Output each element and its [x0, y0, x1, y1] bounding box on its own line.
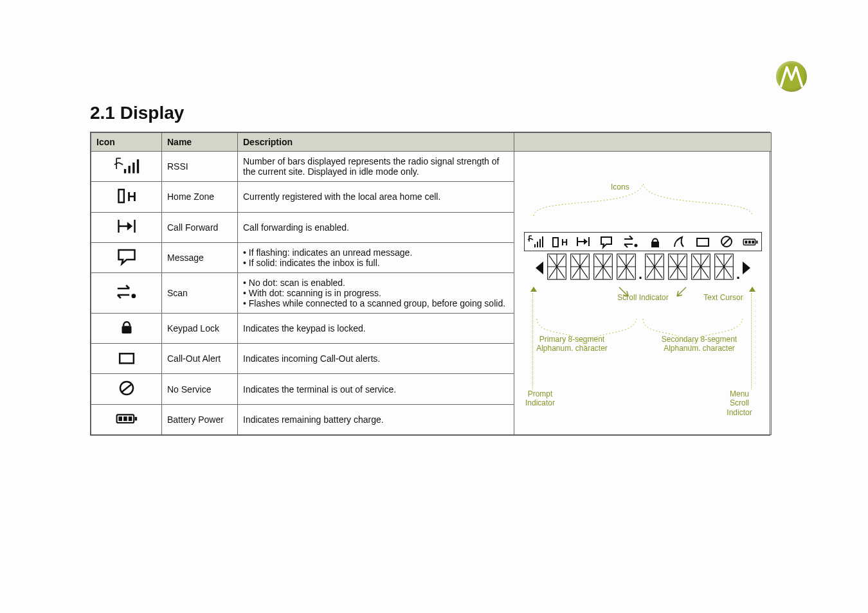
svg-rect-44 — [123, 417, 127, 422]
label-menuscroll-indicator: Menu Scroll Indictor — [720, 389, 759, 417]
svg-rect-14 — [651, 242, 659, 247]
svg-point-36 — [131, 294, 136, 299]
svg-rect-6 — [539, 239, 541, 247]
homezone-icon: H — [551, 234, 568, 249]
brand-logo — [776, 61, 807, 92]
svg-rect-1 — [128, 166, 130, 173]
svg-rect-38 — [120, 353, 134, 363]
lock-icon — [647, 234, 664, 249]
segment-char — [690, 253, 712, 283]
svg-rect-42 — [134, 417, 137, 421]
cell-desc: Call forwarding is enabled. — [238, 212, 514, 242]
homezone-icon: H — [91, 182, 162, 212]
triangle-right-icon — [743, 262, 750, 274]
svg-rect-2 — [132, 163, 134, 173]
col-diagram — [514, 133, 772, 152]
cell-name: Home Zone — [162, 182, 238, 212]
svg-rect-4 — [534, 244, 536, 247]
cell-name: RSSI — [162, 152, 238, 182]
svg-rect-45 — [128, 417, 132, 422]
cell-desc: Indicates the keypad is locked. — [238, 313, 514, 343]
svg-rect-8 — [553, 238, 558, 247]
table-header-row: Icon Name Description — [91, 133, 772, 152]
col-icon: Icon — [91, 133, 162, 152]
svg-rect-0 — [123, 169, 125, 173]
cell-name: Call Forward — [162, 212, 238, 242]
motorola-m-icon — [776, 61, 807, 92]
cell-name: Call-Out Alert — [162, 344, 238, 374]
cell-desc: Indicates remaining battery charge. — [238, 404, 514, 434]
battery-icon — [91, 404, 162, 434]
battery-icon — [742, 234, 759, 249]
arrow-up-icon — [530, 287, 537, 292]
segment-dot: . — [638, 266, 642, 283]
svg-point-13 — [635, 244, 638, 247]
lcd-diagram-cell: Icons H — [514, 152, 772, 435]
svg-line-40 — [121, 384, 132, 392]
label-secondary-segment: Secondary 8-segment Alphanum. character — [643, 335, 755, 353]
segment-char — [615, 253, 637, 283]
lock-icon — [91, 313, 162, 343]
cell-name: Keypad Lock — [162, 313, 238, 343]
label-prompt-indicator: Prompt Indicator — [521, 389, 559, 408]
lcd-mockup: H — [524, 232, 762, 283]
cell-desc: • If flashing: indicates an unread messa… — [238, 242, 514, 272]
message-icon — [91, 242, 162, 272]
label-text-cursor: Text Cursor — [691, 293, 755, 302]
svg-rect-20 — [745, 240, 748, 244]
svg-rect-15 — [697, 238, 709, 246]
triangle-left-icon — [536, 262, 543, 274]
svg-rect-7 — [542, 236, 543, 247]
cell-desc: Currently registered with the local area… — [238, 182, 514, 212]
segment-char — [713, 253, 735, 283]
segment-char — [569, 253, 591, 283]
callout-box-icon — [694, 234, 711, 249]
cell-name: Battery Power — [162, 404, 238, 434]
segment-char — [592, 253, 614, 283]
segment-char — [546, 253, 568, 283]
segment-char — [667, 253, 689, 283]
label-icons: Icons — [611, 182, 629, 191]
callout-alert-icon — [91, 344, 162, 374]
col-description: Description — [238, 133, 514, 152]
arrow-down-left-icon — [675, 285, 688, 298]
col-name: Name — [162, 133, 238, 152]
svg-rect-31 — [118, 190, 123, 202]
cell-desc: • No dot: scan is enabled. • With dot: s… — [238, 273, 514, 314]
display-icons-table: Icon Name Description RSSI Number of bar… — [90, 132, 770, 436]
callforward-icon — [575, 234, 592, 249]
noservice-icon — [91, 374, 162, 404]
cell-desc: Number of bars displayed represents the … — [238, 152, 514, 182]
cell-desc: Indicates incoming Call-Out alerts. — [238, 344, 514, 374]
guide-line — [532, 293, 533, 389]
cell-name: No Service — [162, 374, 238, 404]
label-scroll-indicator: Scroll Indicator — [611, 293, 675, 302]
cell-name: Message — [162, 242, 238, 272]
svg-rect-43 — [118, 417, 122, 422]
table-row: RSSI Number of bars displayed represents… — [91, 152, 772, 182]
guide-line — [751, 293, 752, 389]
callforward-icon — [91, 212, 162, 242]
lcd-icon-row: H — [524, 232, 762, 251]
scan-icon — [622, 234, 639, 249]
cell-name: Scan — [162, 273, 238, 314]
arrow-up-icon — [749, 287, 755, 292]
svg-line-17 — [723, 238, 730, 245]
scan-icon — [91, 273, 162, 314]
rssi-icon — [91, 152, 162, 182]
cell-desc: Indicates the terminal is out of service… — [238, 374, 514, 404]
svg-rect-37 — [122, 326, 131, 334]
svg-rect-21 — [748, 240, 751, 244]
svg-rect-22 — [752, 240, 754, 244]
lcd-segment-row: . . — [524, 253, 762, 283]
svg-rect-5 — [537, 242, 538, 247]
noservice-icon — [718, 234, 735, 249]
segment-dot: . — [736, 266, 740, 283]
segment-char — [644, 253, 665, 283]
svg-rect-3 — [136, 159, 138, 173]
section-title: 2.1 Display — [90, 103, 184, 123]
svg-text:H: H — [561, 237, 568, 247]
callout-icon — [671, 234, 687, 249]
svg-text:H: H — [127, 190, 136, 204]
rssi-icon — [527, 234, 544, 249]
